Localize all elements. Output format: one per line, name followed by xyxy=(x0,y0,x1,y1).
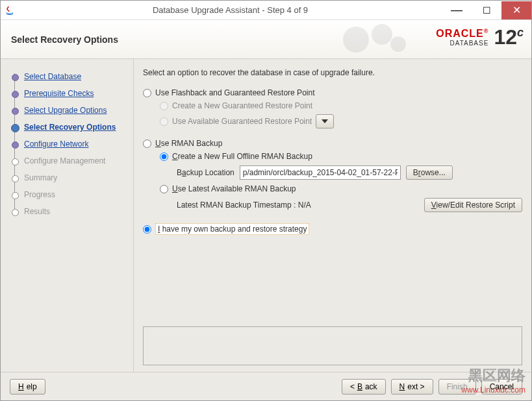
radio-rman-new[interactable] xyxy=(160,152,168,161)
app-window: Database Upgrade Assistant - Step 4 of 9… xyxy=(0,0,532,401)
step-select-database[interactable]: Select Database xyxy=(11,68,128,85)
radio-flashback[interactable] xyxy=(143,89,151,97)
back-button[interactable]: < Back xyxy=(342,379,386,395)
label-rman-latest[interactable]: Use Latest Available RMAN Backup xyxy=(172,184,296,193)
steps-sidebar: Select Database Prerequisite Checks Sele… xyxy=(1,59,134,372)
cancel-button[interactable]: Cancel xyxy=(481,379,522,395)
option-rman-latest[interactable]: Use Latest Available RMAN Backup xyxy=(143,182,522,195)
backup-location-label: Backup Location xyxy=(177,168,234,177)
label-flashback[interactable]: Use Flashback and Guaranteed Restore Poi… xyxy=(155,88,314,97)
flashback-dropdown-button[interactable] xyxy=(316,114,334,128)
backup-location-input[interactable] xyxy=(240,165,401,180)
svg-point-2 xyxy=(390,36,406,52)
step-results: Results xyxy=(11,203,128,220)
maximize-button[interactable]: ☐ xyxy=(472,1,501,19)
minimize-button[interactable]: — xyxy=(442,1,472,19)
logo-version: 12c xyxy=(494,25,524,49)
radio-flashback-available xyxy=(160,117,168,126)
step-prerequisite-checks[interactable]: Prerequisite Checks xyxy=(11,85,128,102)
titlebar[interactable]: Database Upgrade Assistant - Step 4 of 9… xyxy=(1,1,531,20)
next-button[interactable]: Next > xyxy=(391,379,433,395)
step-configure-management: Configure Management xyxy=(11,152,128,169)
browse-button[interactable]: Browse... xyxy=(406,165,453,180)
step-select-recovery-options: Select Recovery Options xyxy=(11,119,128,136)
footer: Help < Back Next > Finish Cancel xyxy=(1,372,531,400)
label-flashback-available: Use Available Guaranteed Restore Point xyxy=(172,117,312,126)
radio-rman-latest[interactable] xyxy=(160,185,168,193)
radio-flashback-new xyxy=(160,102,168,110)
content-area: Select an option to recover the database… xyxy=(134,59,531,372)
svg-point-1 xyxy=(372,24,392,45)
svg-point-0 xyxy=(343,27,369,53)
rman-timestamp-text: Latest RMAN Backup Timestamp : N/A xyxy=(177,200,311,210)
label-own-backup[interactable]: I have my own backup and restore strateg… xyxy=(155,223,309,235)
label-rman-new[interactable]: Create a New Full Offline RMAN Backup xyxy=(172,152,312,161)
chevron-down-icon xyxy=(322,119,328,123)
help-button[interactable]: Help xyxy=(10,379,45,395)
window-controls: — ☐ ✕ xyxy=(442,1,531,19)
option-flashback[interactable]: Use Flashback and Guaranteed Restore Poi… xyxy=(143,86,522,99)
body: Select Database Prerequisite Checks Sele… xyxy=(1,59,531,372)
java-icon xyxy=(1,1,19,19)
page-title: Select Recovery Options xyxy=(11,34,118,45)
step-summary: Summary xyxy=(11,169,128,186)
rman-timestamp-row: Latest RMAN Backup Timestamp : N/A View/… xyxy=(143,195,522,215)
logo-sub: DATABASE xyxy=(436,40,488,47)
close-button[interactable]: ✕ xyxy=(501,1,531,19)
intro-text: Select an option to recover the database… xyxy=(143,68,522,77)
option-flashback-available[interactable]: Use Available Guaranteed Restore Point xyxy=(143,112,522,130)
logo-brand: ORACLE® xyxy=(436,28,488,40)
label-flashback-new: Create a New Guaranteed Restore Point xyxy=(172,101,312,110)
log-output xyxy=(143,326,522,365)
step-configure-network[interactable]: Configure Network xyxy=(11,136,128,152)
step-select-upgrade-options[interactable]: Select Upgrade Options xyxy=(11,102,128,119)
oracle-logo: ORACLE® DATABASE 12c xyxy=(436,25,524,49)
option-rman-new[interactable]: Create a New Full Offline RMAN Backup xyxy=(143,150,522,163)
radio-rman[interactable] xyxy=(143,140,151,148)
radio-own-backup[interactable] xyxy=(143,225,151,234)
step-progress: Progress xyxy=(11,186,128,203)
window-title: Database Upgrade Assistant - Step 4 of 9 xyxy=(19,5,442,15)
option-flashback-new[interactable]: Create a New Guaranteed Restore Point xyxy=(143,99,522,112)
finish-button: Finish xyxy=(438,379,476,395)
header: Select Recovery Options ORACLE® DATABASE… xyxy=(1,20,531,59)
gear-decoration xyxy=(336,21,414,57)
option-rman[interactable]: Use RMAN Backup xyxy=(143,137,522,150)
backup-location-row: Backup Location Browse... xyxy=(143,163,522,182)
view-restore-script-button[interactable]: View/Edit Restore Script xyxy=(424,198,522,212)
label-rman[interactable]: Use RMAN Backup xyxy=(155,139,222,148)
option-own-backup[interactable]: I have my own backup and restore strateg… xyxy=(143,221,522,237)
